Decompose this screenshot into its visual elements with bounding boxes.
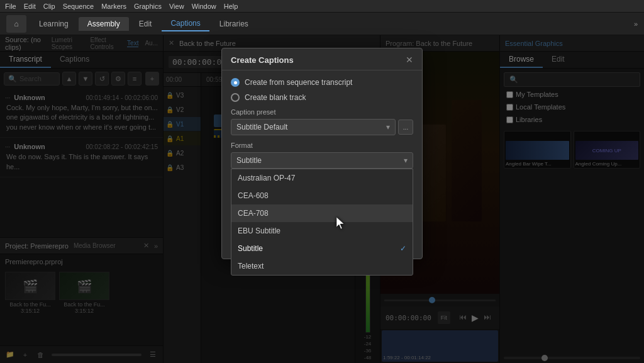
format-option-4[interactable]: Subtitle ✓ <box>231 240 413 257</box>
format-list: Australian OP-47 CEA-608 CEA-708 EBU Sub… <box>231 169 413 276</box>
tab-edit[interactable]: Edit <box>130 17 161 31</box>
home-button[interactable]: ⌂ <box>6 15 26 33</box>
modal-overlay: Create Captions ✕ Create from sequence t… <box>0 35 644 363</box>
chevron-down-icon: ▾ <box>386 123 390 131</box>
workspace-tab-bar: ⌂ Learning Assembly Edit Captions Librar… <box>0 13 644 35</box>
caption-preset-value: Subtitle Default <box>236 123 287 131</box>
expand-icon: » <box>634 20 638 28</box>
menu-clip[interactable]: Clip <box>43 3 55 10</box>
create-captions-modal: Create Captions ✕ Create from sequence t… <box>221 48 423 259</box>
tab-assembly[interactable]: Assembly <box>79 17 129 31</box>
radio-blank-track[interactable] <box>231 93 240 102</box>
tab-learning[interactable]: Learning <box>30 17 77 31</box>
format-option-2[interactable]: CEA-708 <box>231 204 413 222</box>
radio-label-1: Create blank track <box>245 93 306 102</box>
tab-captions[interactable]: Captions <box>162 16 209 31</box>
modal-body: Create from sequence transcript Create b… <box>222 70 422 259</box>
modal-title-bar: Create Captions ✕ <box>222 48 422 70</box>
caption-preset-extra-btn[interactable]: ... <box>398 120 413 135</box>
modal-title: Create Captions <box>231 55 294 65</box>
menu-view[interactable]: View <box>169 3 184 10</box>
radio-row-0[interactable]: Create from sequence transcript <box>231 78 413 87</box>
menu-help[interactable]: Help <box>224 3 238 10</box>
menu-file[interactable]: File <box>5 3 16 10</box>
menu-window[interactable]: Window <box>192 3 216 10</box>
home-icon: ⌂ <box>14 20 18 28</box>
modal-close-btn[interactable]: ✕ <box>406 55 413 65</box>
menu-sequence[interactable]: Sequence <box>63 3 94 10</box>
caption-preset-label: Caption preset <box>231 108 413 116</box>
format-dropdown-container: Subtitle ▾ Australian OP-47 CEA-608 CEA-… <box>231 152 413 169</box>
format-value: Subtitle <box>236 156 262 165</box>
caption-preset-row: Subtitle Default ▾ ... <box>231 119 413 135</box>
radio-label-0: Create from sequence transcript <box>245 78 352 87</box>
menu-graphics[interactable]: Graphics <box>134 3 162 10</box>
menu-edit[interactable]: Edit <box>24 3 36 10</box>
format-option-1[interactable]: CEA-608 <box>231 187 413 204</box>
menu-bar: File Edit Clip Sequence Markers Graphics… <box>0 0 644 13</box>
format-option-0[interactable]: Australian OP-47 <box>231 169 413 187</box>
format-option-3[interactable]: EBU Subtitle <box>231 222 413 240</box>
format-dropdown[interactable]: Subtitle ▾ <box>231 152 413 169</box>
format-label: Format <box>231 142 413 149</box>
radio-sequence-transcript[interactable] <box>231 78 240 87</box>
chevron-down-icon-format: ▾ <box>404 156 408 165</box>
menu-markers[interactable]: Markers <box>101 3 126 10</box>
format-check-icon: ✓ <box>400 244 406 253</box>
radio-row-1[interactable]: Create blank track <box>231 93 413 102</box>
tab-libraries[interactable]: Libraries <box>211 17 257 31</box>
format-option-5[interactable]: Teletext <box>231 257 413 275</box>
caption-preset-dropdown[interactable]: Subtitle Default ▾ <box>231 119 396 135</box>
